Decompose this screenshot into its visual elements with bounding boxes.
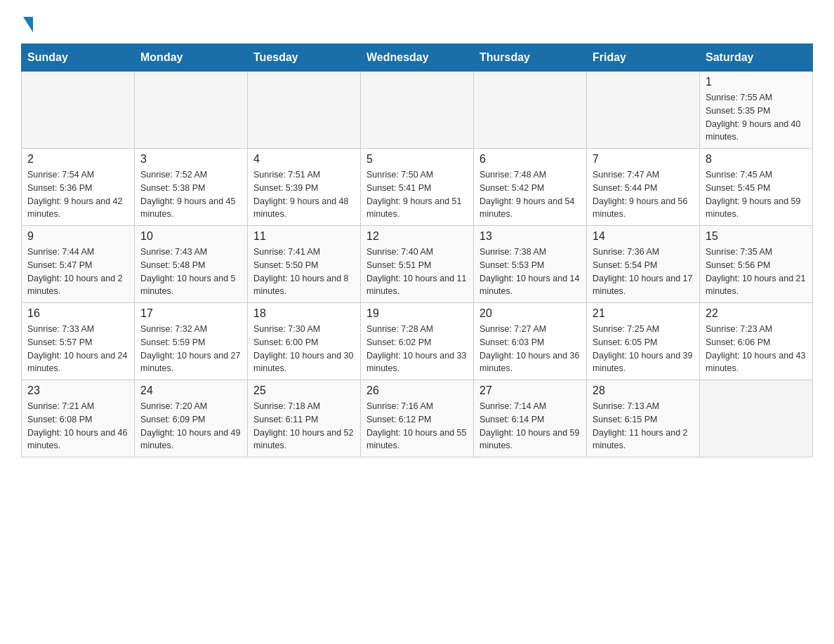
- day-number: 1: [706, 76, 807, 88]
- calendar-cell: 14Sunrise: 7:36 AM Sunset: 5:54 PM Dayli…: [587, 226, 700, 303]
- day-info: Sunrise: 7:54 AM Sunset: 5:36 PM Dayligh…: [27, 168, 128, 221]
- calendar-cell: [361, 72, 474, 149]
- calendar-cell: 24Sunrise: 7:20 AM Sunset: 6:09 PM Dayli…: [135, 380, 248, 457]
- calendar-cell: [587, 72, 700, 149]
- day-info: Sunrise: 7:48 AM Sunset: 5:42 PM Dayligh…: [479, 168, 581, 221]
- calendar-cell: 16Sunrise: 7:33 AM Sunset: 5:57 PM Dayli…: [22, 303, 135, 380]
- day-number: 13: [479, 230, 581, 243]
- weekday-header-row: SundayMondayTuesdayWednesdayThursdayFrid…: [22, 44, 813, 72]
- day-info: Sunrise: 7:41 AM Sunset: 5:50 PM Dayligh…: [253, 246, 355, 298]
- day-number: 15: [706, 230, 807, 243]
- day-info: Sunrise: 7:50 AM Sunset: 5:41 PM Dayligh…: [366, 168, 468, 221]
- day-info: Sunrise: 7:25 AM Sunset: 6:05 PM Dayligh…: [593, 323, 694, 375]
- calendar-cell: 4Sunrise: 7:51 AM Sunset: 5:39 PM Daylig…: [248, 149, 361, 226]
- calendar-cell: 3Sunrise: 7:52 AM Sunset: 5:38 PM Daylig…: [135, 149, 248, 226]
- day-info: Sunrise: 7:23 AM Sunset: 6:06 PM Dayligh…: [706, 323, 807, 375]
- day-info: Sunrise: 7:55 AM Sunset: 5:35 PM Dayligh…: [706, 91, 807, 144]
- calendar-cell: 11Sunrise: 7:41 AM Sunset: 5:50 PM Dayli…: [248, 226, 361, 303]
- calendar-cell: 18Sunrise: 7:30 AM Sunset: 6:00 PM Dayli…: [248, 303, 361, 380]
- calendar-cell: 26Sunrise: 7:16 AM Sunset: 6:12 PM Dayli…: [361, 380, 474, 457]
- day-info: Sunrise: 7:51 AM Sunset: 5:39 PM Dayligh…: [253, 168, 355, 221]
- calendar-table: SundayMondayTuesdayWednesdayThursdayFrid…: [21, 43, 813, 457]
- day-number: 3: [140, 153, 241, 166]
- day-number: 24: [140, 384, 241, 397]
- day-info: Sunrise: 7:43 AM Sunset: 5:48 PM Dayligh…: [140, 246, 241, 298]
- calendar-cell: 17Sunrise: 7:32 AM Sunset: 5:59 PM Dayli…: [135, 303, 248, 380]
- calendar-cell: 19Sunrise: 7:28 AM Sunset: 6:02 PM Dayli…: [361, 303, 474, 380]
- day-number: 26: [366, 384, 468, 397]
- logo-triangle-icon: [23, 17, 33, 32]
- calendar-cell: 10Sunrise: 7:43 AM Sunset: 5:48 PM Dayli…: [135, 226, 248, 303]
- day-number: 10: [140, 230, 241, 243]
- day-info: Sunrise: 7:28 AM Sunset: 6:02 PM Dayligh…: [366, 323, 468, 375]
- calendar-cell: 21Sunrise: 7:25 AM Sunset: 6:05 PM Dayli…: [587, 303, 700, 380]
- day-number: 18: [253, 307, 355, 320]
- calendar-cell: 6Sunrise: 7:48 AM Sunset: 5:42 PM Daylig…: [474, 149, 587, 226]
- day-number: 22: [706, 307, 807, 320]
- header: [21, 14, 813, 29]
- calendar-cell: 12Sunrise: 7:40 AM Sunset: 5:51 PM Dayli…: [361, 226, 474, 303]
- day-number: 5: [366, 153, 468, 166]
- day-number: 21: [593, 307, 694, 320]
- day-number: 20: [479, 307, 581, 320]
- calendar-week-row: 1Sunrise: 7:55 AM Sunset: 5:35 PM Daylig…: [22, 72, 813, 149]
- day-info: Sunrise: 7:13 AM Sunset: 6:15 PM Dayligh…: [593, 400, 694, 452]
- day-number: 27: [479, 384, 581, 397]
- calendar-cell: 23Sunrise: 7:21 AM Sunset: 6:08 PM Dayli…: [22, 380, 135, 457]
- day-info: Sunrise: 7:30 AM Sunset: 6:00 PM Dayligh…: [253, 323, 355, 375]
- day-info: Sunrise: 7:21 AM Sunset: 6:08 PM Dayligh…: [27, 400, 128, 452]
- calendar-cell: 20Sunrise: 7:27 AM Sunset: 6:03 PM Dayli…: [474, 303, 587, 380]
- day-info: Sunrise: 7:38 AM Sunset: 5:53 PM Dayligh…: [479, 246, 581, 298]
- calendar-week-row: 2Sunrise: 7:54 AM Sunset: 5:36 PM Daylig…: [22, 149, 813, 226]
- day-number: 7: [593, 153, 694, 166]
- day-number: 17: [140, 307, 241, 320]
- calendar-cell: 7Sunrise: 7:47 AM Sunset: 5:44 PM Daylig…: [587, 149, 700, 226]
- logo: [21, 14, 33, 29]
- weekday-header-wednesday: Wednesday: [361, 44, 474, 72]
- day-number: 28: [593, 384, 694, 397]
- weekday-header-saturday: Saturday: [700, 44, 813, 72]
- calendar-cell: 1Sunrise: 7:55 AM Sunset: 5:35 PM Daylig…: [700, 72, 813, 149]
- day-number: 19: [366, 307, 468, 320]
- day-info: Sunrise: 7:32 AM Sunset: 5:59 PM Dayligh…: [140, 323, 241, 375]
- day-info: Sunrise: 7:20 AM Sunset: 6:09 PM Dayligh…: [140, 400, 241, 452]
- calendar-cell: [135, 72, 248, 149]
- calendar-cell: 28Sunrise: 7:13 AM Sunset: 6:15 PM Dayli…: [587, 380, 700, 457]
- day-info: Sunrise: 7:36 AM Sunset: 5:54 PM Dayligh…: [593, 246, 694, 298]
- day-info: Sunrise: 7:16 AM Sunset: 6:12 PM Dayligh…: [366, 400, 468, 452]
- weekday-header-tuesday: Tuesday: [248, 44, 361, 72]
- day-info: Sunrise: 7:18 AM Sunset: 6:11 PM Dayligh…: [253, 400, 355, 452]
- weekday-header-thursday: Thursday: [474, 44, 587, 72]
- day-info: Sunrise: 7:35 AM Sunset: 5:56 PM Dayligh…: [706, 246, 807, 298]
- day-info: Sunrise: 7:45 AM Sunset: 5:45 PM Dayligh…: [706, 168, 807, 221]
- day-number: 23: [27, 384, 128, 397]
- calendar-week-row: 9Sunrise: 7:44 AM Sunset: 5:47 PM Daylig…: [22, 226, 813, 303]
- day-number: 9: [27, 230, 128, 243]
- calendar-cell: 9Sunrise: 7:44 AM Sunset: 5:47 PM Daylig…: [22, 226, 135, 303]
- calendar-cell: 27Sunrise: 7:14 AM Sunset: 6:14 PM Dayli…: [474, 380, 587, 457]
- calendar-cell: 15Sunrise: 7:35 AM Sunset: 5:56 PM Dayli…: [700, 226, 813, 303]
- calendar-cell: 5Sunrise: 7:50 AM Sunset: 5:41 PM Daylig…: [361, 149, 474, 226]
- calendar-cell: 8Sunrise: 7:45 AM Sunset: 5:45 PM Daylig…: [700, 149, 813, 226]
- day-number: 11: [253, 230, 355, 243]
- day-info: Sunrise: 7:33 AM Sunset: 5:57 PM Dayligh…: [27, 323, 128, 375]
- day-number: 25: [253, 384, 355, 397]
- day-number: 6: [479, 153, 581, 166]
- day-number: 8: [706, 153, 807, 166]
- day-number: 12: [366, 230, 468, 243]
- calendar-week-row: 16Sunrise: 7:33 AM Sunset: 5:57 PM Dayli…: [22, 303, 813, 380]
- day-info: Sunrise: 7:44 AM Sunset: 5:47 PM Dayligh…: [27, 246, 128, 298]
- calendar-week-row: 23Sunrise: 7:21 AM Sunset: 6:08 PM Dayli…: [22, 380, 813, 457]
- calendar-cell: 25Sunrise: 7:18 AM Sunset: 6:11 PM Dayli…: [248, 380, 361, 457]
- day-number: 4: [253, 153, 355, 166]
- weekday-header-monday: Monday: [135, 44, 248, 72]
- weekday-header-friday: Friday: [587, 44, 700, 72]
- day-info: Sunrise: 7:52 AM Sunset: 5:38 PM Dayligh…: [140, 168, 241, 221]
- day-number: 2: [27, 153, 128, 166]
- day-info: Sunrise: 7:14 AM Sunset: 6:14 PM Dayligh…: [479, 400, 581, 452]
- calendar-cell: [700, 380, 813, 457]
- calendar-cell: [22, 72, 135, 149]
- calendar-cell: [248, 72, 361, 149]
- day-number: 16: [27, 307, 128, 320]
- day-info: Sunrise: 7:27 AM Sunset: 6:03 PM Dayligh…: [479, 323, 581, 375]
